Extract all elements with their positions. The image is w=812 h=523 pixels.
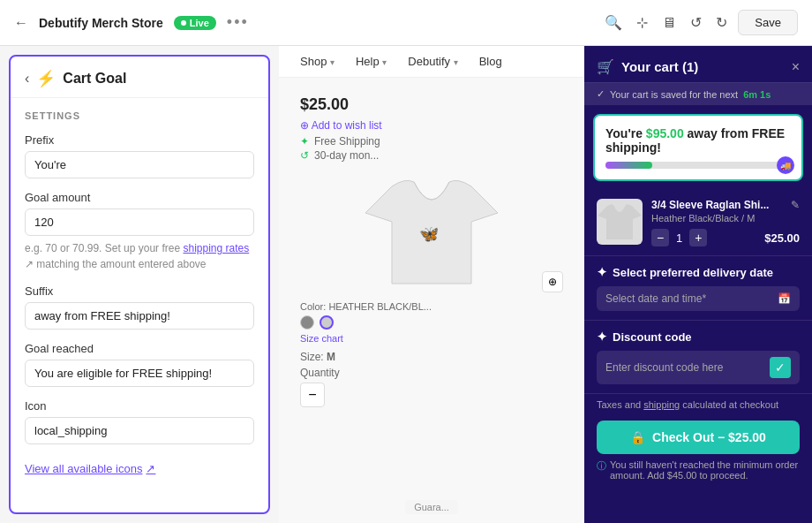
panel-header: ‹ ⚡ Cart Goal <box>11 57 268 98</box>
goal-message: You're $95.00 away from FREE shipping! <box>605 126 791 155</box>
prefix-field-group: Prefix <box>25 133 254 178</box>
cart-panel: 🛒 Your cart (1) × ✓ Your cart is saved f… <box>584 46 812 523</box>
search-icon[interactable]: 🔍 <box>605 14 622 31</box>
shipping-text: Free Shipping <box>314 135 380 148</box>
settings-label: SETTINGS <box>25 110 254 121</box>
cursor-icon[interactable]: ⊹ <box>636 14 648 31</box>
cart-quantity-control: − 1 + <box>651 229 707 246</box>
warning-text: You still haven't reached the minimum or… <box>610 459 800 481</box>
goal-amount-field-group: Goal amount e.g. 70 or 70.99. Set up you… <box>25 191 254 272</box>
discount-title: ✦ Discount code <box>597 330 800 344</box>
checkout-lock-icon: 🔒 <box>630 430 645 444</box>
cart-product-price: $25.00 <box>764 231 800 245</box>
discount-icon: ✦ <box>597 330 607 344</box>
topbar: ← Debutify Merch Store Live ••• 🔍 ⊹ 🖥 ↺ … <box>0 0 812 46</box>
panel-title: Cart Goal <box>63 71 126 87</box>
color-info: Color: HEATHER BLACK/BL... <box>300 301 563 330</box>
view-icons-label: View all available icons <box>25 462 142 475</box>
delivery-section: ✦ Select preferred delivery date Select … <box>584 256 812 321</box>
discount-input-row: Enter discount code here ✓ <box>597 351 800 384</box>
cart-title: Your cart (1) <box>621 59 698 74</box>
cart-product-name: 3/4 Sleeve Raglan Shi... <box>651 199 769 211</box>
goal-amount-label: Goal amount <box>25 191 254 204</box>
color-swatch-dark[interactable] <box>300 315 314 330</box>
main-layout: ‹ ⚡ Cart Goal SETTINGS Prefix Goal amoun… <box>0 46 812 523</box>
saved-text: Your cart is saved for the next <box>610 89 738 100</box>
product-links: ⊕ Add to wish list <box>300 119 563 132</box>
goal-progress-icon: 🚚 <box>777 156 794 174</box>
shipping-link[interactable]: shipping <box>643 399 680 410</box>
cart-qty-minus[interactable]: − <box>651 229 669 246</box>
cart-qty-plus[interactable]: + <box>689 229 707 246</box>
discount-section: ✦ Discount code Enter discount code here… <box>584 321 812 394</box>
cart-saved-bar: ✓ Your cart is saved for the next 6m 1s <box>584 83 812 105</box>
goal-amount-input[interactable] <box>25 208 254 236</box>
tshirt-image: 🦋 <box>365 169 498 292</box>
preview-nav: Shop ▾ Help ▾ Debutify ▾ Blog <box>279 46 584 78</box>
product-price: $25.00 <box>300 95 563 114</box>
wishlist-link[interactable]: ⊕ Add to wish list <box>300 119 382 132</box>
nav-help[interactable]: Help ▾ <box>356 55 387 68</box>
suffix-label: Suffix <box>25 284 254 298</box>
size-chart-link[interactable]: Size chart <box>300 333 563 344</box>
zoom-button[interactable]: ⊕ <box>542 271 563 292</box>
color-swatch-light[interactable] <box>320 315 334 330</box>
cart-title-row: 🛒 Your cart (1) <box>597 58 698 75</box>
shipping-rates-link[interactable]: shipping rates <box>183 242 249 254</box>
panel-back-button[interactable]: ‹ <box>25 71 29 87</box>
nav-blog[interactable]: Blog <box>479 55 502 68</box>
back-icon[interactable]: ← <box>14 15 28 31</box>
goal-progress-fill <box>605 162 652 169</box>
goal-progress-bar: 🚚 <box>605 162 791 169</box>
cart-product-edit-icon[interactable]: ✎ <box>791 199 800 211</box>
nav-debutify[interactable]: Debutify ▾ <box>408 55 457 68</box>
live-label: Live <box>190 18 209 28</box>
size-info: Size: M <box>300 351 563 363</box>
delivery-placeholder: Select date and time* <box>605 292 706 305</box>
suffix-input[interactable] <box>25 302 254 330</box>
cart-close-button[interactable]: × <box>792 59 800 75</box>
prefix-label: Prefix <box>25 133 254 147</box>
preview-body: $25.00 ⊕ Add to wish list ✦ Free Shippin… <box>279 78 584 425</box>
delivery-icon: ✦ <box>597 265 607 279</box>
goal-reached-label: Goal reached <box>25 342 254 355</box>
icon-label: Icon <box>25 399 254 413</box>
shipping-info: ✦ Free Shipping <box>300 135 563 148</box>
save-button[interactable]: Save <box>738 10 798 35</box>
icon-field-group: Icon <box>25 399 254 444</box>
live-badge: Live <box>174 16 216 30</box>
svg-text:🦋: 🦋 <box>419 224 440 244</box>
undo-icon[interactable]: ↺ <box>690 14 702 31</box>
view-icons-link[interactable]: View all available icons ↗ <box>25 462 155 475</box>
desktop-icon[interactable]: 🖥 <box>662 15 676 31</box>
cart-goal-icon: ⚡ <box>36 69 56 88</box>
checkout-button[interactable]: 🔒 Check Out − $25.00 <box>597 421 800 454</box>
more-options-icon[interactable]: ••• <box>227 13 249 32</box>
suffix-field-group: Suffix <box>25 284 254 330</box>
goal-reached-field-group: Goal reached <box>25 342 254 387</box>
discount-placeholder: Enter discount code here <box>605 361 723 374</box>
cart-qty-value: 1 <box>676 231 682 245</box>
nav-shop[interactable]: Shop ▾ <box>300 55 335 68</box>
tax-text: Taxes and <box>597 399 641 410</box>
quantity-label: Quantity <box>300 367 563 379</box>
delivery-date-input[interactable]: Select date and time* 📅 <box>597 286 800 311</box>
guara-text: Guara... <box>405 500 458 514</box>
quantity-minus-button[interactable]: − <box>300 383 325 407</box>
redo-icon[interactable]: ↻ <box>716 14 727 31</box>
goal-reached-input[interactable] <box>25 360 254 387</box>
cart-icon: 🛒 <box>597 58 614 75</box>
cart-product-info: 3/4 Sleeve Raglan Shi... ✎ Heather Black… <box>651 199 800 246</box>
delivery-title: ✦ Select preferred delivery date <box>597 265 800 279</box>
goal-amount: $95.00 <box>646 126 684 140</box>
returns-text: 30-day mon... <box>314 149 379 162</box>
calendar-icon: 📅 <box>778 292 791 305</box>
icon-input[interactable] <box>25 417 254 444</box>
discount-title-text: Discount code <box>613 330 692 344</box>
settings-section: SETTINGS Prefix Goal amount e.g. 70 or 7… <box>11 98 268 475</box>
prefix-input[interactable] <box>25 151 254 178</box>
cart-product-row: 3/4 Sleeve Raglan Shi... ✎ Heather Black… <box>584 190 812 256</box>
store-name: Debutify Merch Store <box>39 16 163 30</box>
discount-apply-button[interactable]: ✓ <box>770 357 791 378</box>
returns-info: ↺ 30-day mon... <box>300 149 563 162</box>
